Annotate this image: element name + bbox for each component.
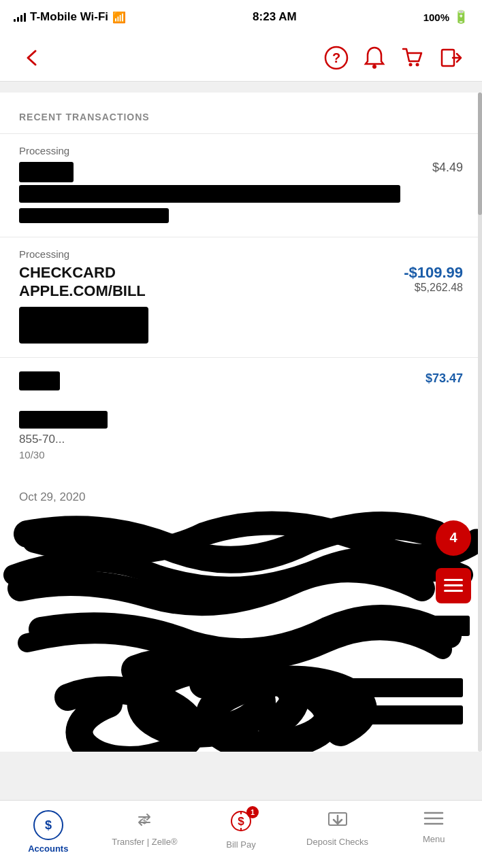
svg-text:$: $ bbox=[238, 815, 244, 828]
section-header: RECENT TRANSACTIONS bbox=[0, 93, 482, 133]
transaction-2-status: Processing bbox=[19, 248, 463, 260]
status-bar-left: T-Mobile Wi-Fi 📶 bbox=[14, 10, 126, 24]
transaction-2-name: CHECKCARDAPPLE.COM/BILL bbox=[19, 264, 148, 300]
menu-icon bbox=[423, 810, 444, 831]
menu-label: Menu bbox=[423, 834, 445, 844]
transfer-icon: $ bbox=[133, 810, 155, 833]
help-button[interactable]: ? bbox=[321, 43, 351, 73]
svg-text:?: ? bbox=[332, 50, 340, 65]
transaction-1-details: $4.49 bbox=[19, 161, 463, 223]
svg-point-4 bbox=[416, 63, 419, 66]
status-bar: T-Mobile Wi-Fi 📶 8:23 AM 100% 🔋 bbox=[0, 0, 482, 34]
floating-badge: 4 bbox=[436, 520, 471, 556]
carrier-label: T-Mobile Wi-Fi bbox=[30, 10, 108, 24]
menu-line-3 bbox=[444, 590, 463, 592]
transaction-2-balance: $5,262.48 bbox=[381, 282, 463, 294]
top-nav-right-icons: ? bbox=[321, 43, 466, 73]
transaction-item-1[interactable]: Processing $4.49 bbox=[0, 133, 482, 237]
logout-button[interactable] bbox=[436, 43, 466, 73]
notification-button[interactable] bbox=[359, 43, 389, 73]
back-button[interactable] bbox=[16, 43, 46, 73]
signal-icon bbox=[14, 12, 26, 22]
redacted-area: Oct 29, 2020 4 bbox=[0, 480, 482, 752]
transaction-2-details: CHECKCARDAPPLE.COM/BILL -$109.99 $5,262.… bbox=[19, 264, 463, 344]
transaction-2-amount: -$109.99 bbox=[381, 264, 463, 282]
bottom-nav-deposit[interactable]: Deposit Checks bbox=[289, 807, 386, 847]
wifi-icon: 📶 bbox=[112, 11, 126, 24]
battery-label: 100% bbox=[423, 12, 449, 23]
accounts-label: Accounts bbox=[28, 844, 68, 854]
battery-section: 100% 🔋 bbox=[423, 10, 468, 24]
bottom-nav-billpay[interactable]: $ 1 Bill Pay bbox=[193, 807, 289, 850]
svg-point-3 bbox=[409, 63, 413, 66]
main-content: RECENT TRANSACTIONS Processing $4.49 Pro… bbox=[0, 93, 482, 752]
redacted-block-bottom1 bbox=[340, 678, 463, 697]
billpay-icon-wrapper: $ 1 bbox=[230, 810, 252, 836]
transaction-1-status: Processing bbox=[19, 145, 463, 156]
floating-menu-button[interactable] bbox=[436, 568, 471, 603]
transaction-1-name bbox=[19, 161, 400, 182]
bottom-nav: $ Accounts $ Transfer | Zelle® $ 1 bbox=[0, 800, 482, 868]
clock: 8:23 AM bbox=[253, 10, 297, 24]
battery-icon: 🔋 bbox=[453, 10, 468, 24]
transaction-1-amount: $4.49 bbox=[408, 161, 463, 175]
top-nav: ? bbox=[0, 34, 482, 82]
deposit-label: Deposit Checks bbox=[306, 837, 368, 847]
billpay-badge: 1 bbox=[246, 806, 259, 818]
menu-line-2 bbox=[444, 584, 463, 586]
cart-button[interactable] bbox=[398, 43, 428, 73]
transaction-item-3[interactable]: 855-70... 10/30 $73.47 bbox=[0, 357, 482, 480]
accounts-icon: $ bbox=[33, 810, 63, 840]
bottom-nav-menu[interactable]: Menu bbox=[385, 807, 482, 844]
transaction-item-2[interactable]: Processing CHECKCARDAPPLE.COM/BILL -$109… bbox=[0, 237, 482, 357]
bottom-nav-accounts[interactable]: $ Accounts bbox=[0, 807, 97, 854]
transaction-3-details: 855-70... 10/30 $73.47 bbox=[19, 371, 463, 461]
menu-line-1 bbox=[444, 579, 463, 581]
svg-point-2 bbox=[372, 65, 376, 69]
billpay-label: Bill Pay bbox=[226, 839, 255, 850]
deposit-icon bbox=[327, 810, 349, 833]
redacted-block-bottom2 bbox=[340, 705, 463, 724]
svg-rect-7 bbox=[361, 616, 470, 636]
bottom-nav-transfer[interactable]: $ Transfer | Zelle® bbox=[97, 807, 193, 847]
transfer-label: Transfer | Zelle® bbox=[112, 837, 177, 847]
svg-text:$: $ bbox=[45, 818, 52, 832]
